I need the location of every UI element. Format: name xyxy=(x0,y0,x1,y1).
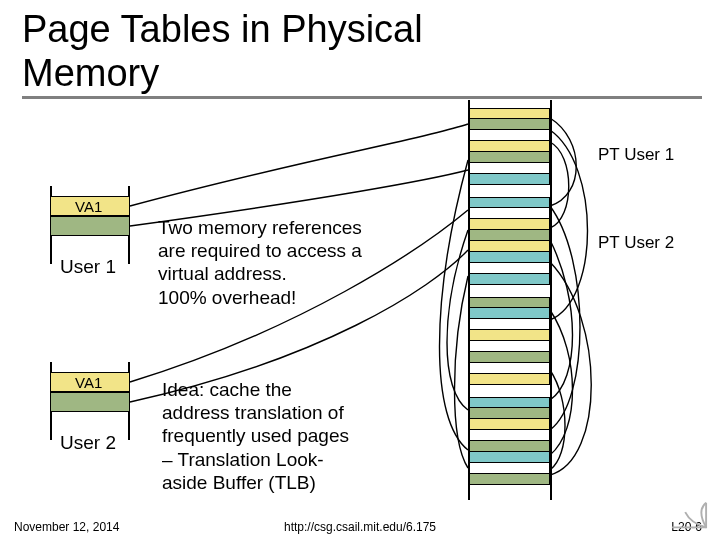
memory-cell xyxy=(468,141,550,152)
memory-cell xyxy=(468,174,550,185)
title-line1: Page Tables in Physical xyxy=(22,8,423,50)
memory-cell xyxy=(468,474,550,485)
slide-title: Page Tables in Physical Memory xyxy=(22,8,423,95)
memory-cell xyxy=(468,263,550,274)
memory-cell xyxy=(468,241,550,252)
memory-cell xyxy=(468,319,550,330)
title-line2: Memory xyxy=(22,52,159,94)
memory-cell xyxy=(468,330,550,341)
box-user2-bot xyxy=(50,392,130,412)
para-tlb: Idea: cache the address translation of f… xyxy=(162,378,349,494)
para-overhead: Two memory references are required to ac… xyxy=(158,216,362,309)
memory-cell xyxy=(468,397,550,408)
box-user1-bot xyxy=(50,216,130,236)
memory-cell xyxy=(468,208,550,219)
label-va1-b: VA1 xyxy=(75,374,102,391)
memory-cell xyxy=(468,452,550,463)
memory-cell xyxy=(468,152,550,163)
memory-cell xyxy=(468,341,550,352)
memory-cell xyxy=(468,408,550,419)
page-corner-icon xyxy=(670,500,708,530)
memory-cell xyxy=(468,130,550,141)
memory-cell xyxy=(468,108,550,119)
footer-url: http://csg.csail.mit.edu/6.175 xyxy=(0,520,720,534)
memory-cell xyxy=(468,252,550,263)
label-user-1: User 1 xyxy=(60,256,116,278)
memory-cell xyxy=(468,230,550,241)
memory-cell xyxy=(468,197,550,208)
memory-cell xyxy=(468,119,550,130)
memory-cell xyxy=(468,219,550,230)
memory-cell xyxy=(468,441,550,452)
memory-cell xyxy=(468,374,550,385)
memory-cell xyxy=(468,463,550,474)
label-pt-user-1: PT User 1 xyxy=(598,145,674,165)
memory-cell xyxy=(468,419,550,430)
memory-cell xyxy=(468,352,550,363)
memory-cell xyxy=(468,308,550,319)
memory-cell xyxy=(468,274,550,285)
label-pt-user-2: PT User 2 xyxy=(598,233,674,253)
label-va1-a: VA1 xyxy=(75,198,102,215)
memory-cell xyxy=(468,363,550,374)
memory-cell xyxy=(468,163,550,174)
label-user-2: User 2 xyxy=(60,432,116,454)
memory-cell xyxy=(468,297,550,308)
memory-cell xyxy=(468,430,550,441)
